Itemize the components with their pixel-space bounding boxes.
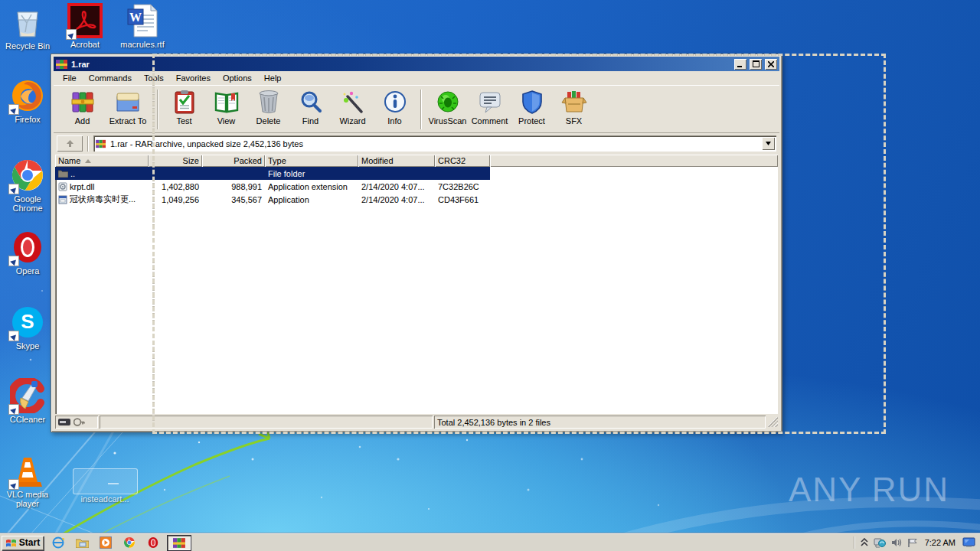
svg-text:S: S (21, 310, 34, 333)
file-list: Name Size Packed Type Modified CRC32 .. … (55, 155, 778, 414)
desktop-icon-firefox[interactable]: Firefox (0, 78, 55, 124)
column-header-packed[interactable]: Packed (202, 155, 265, 167)
display-tray-icon[interactable] (962, 537, 975, 548)
table-row-krpt-dll[interactable]: krpt.dll 1,402,880 988,991 Application e… (55, 180, 778, 193)
flag-tray-icon[interactable] (907, 538, 918, 548)
column-header-filler (490, 155, 778, 167)
desktop-icon-acrobat[interactable]: Acrobat (57, 3, 113, 49)
chrome-small-icon (123, 536, 136, 549)
skype-icon: S (10, 305, 45, 340)
quicklaunch-internet-explorer[interactable] (51, 536, 65, 549)
desktop-icon-chrome[interactable]: Google Chrome (0, 158, 55, 213)
taskbar-button-winrar[interactable] (168, 536, 191, 550)
desktop-icon-vlc[interactable]: VLC media player (0, 453, 55, 508)
virusscan-button[interactable]: VirusScan (426, 87, 469, 132)
wizard-button[interactable]: Wizard (332, 87, 374, 132)
info-button[interactable]: Info (374, 87, 416, 132)
menu-file[interactable]: File (57, 72, 83, 84)
address-row: 1.rar - RAR archive, unpacked size 2,452… (54, 133, 779, 154)
tray-expand-chevron-icon[interactable] (861, 538, 868, 547)
window-title: 1.rar (71, 60, 90, 69)
up-directory-button[interactable] (57, 135, 83, 152)
status-message-panel (100, 416, 433, 429)
column-header-size[interactable]: Size (149, 155, 202, 167)
table-row-updir[interactable]: .. File folder (55, 167, 490, 180)
comment-button[interactable]: Comment (469, 87, 511, 132)
sfx-button[interactable]: SFX (553, 87, 595, 132)
shortcut-arrow-icon (8, 184, 19, 194)
desktop-icon-label: Recycle Bin (0, 41, 55, 51)
archive-path-combobox[interactable]: 1.rar - RAR archive, unpacked size 2,452… (93, 135, 776, 152)
menu-commands[interactable]: Commands (83, 72, 138, 84)
quicklaunch-explorer[interactable] (75, 536, 89, 549)
tool-label: Info (387, 116, 401, 126)
desktop-icon-macrules[interactable]: W macrules.rtf (115, 3, 170, 49)
desktop-icon-label: Google Chrome (0, 194, 55, 213)
desktop-icon-label: CCleaner (0, 415, 55, 424)
column-header-type[interactable]: Type (265, 155, 358, 167)
firefox-icon (10, 78, 45, 113)
column-header-crc32[interactable]: CRC32 (435, 155, 490, 167)
resize-grip[interactable] (768, 417, 778, 427)
delete-button[interactable]: Delete (247, 87, 289, 132)
application-file-icon (58, 195, 67, 204)
comment-icon (477, 89, 503, 115)
desktop-icon-opera[interactable]: Opera (0, 230, 55, 276)
shortcut-arrow-icon (8, 479, 19, 490)
menu-tools[interactable]: Tools (138, 72, 170, 84)
archive-path-text: 1.rar - RAR archive, unpacked size 2,452… (110, 139, 303, 148)
quicklaunch-media-player[interactable] (99, 536, 113, 549)
minimize-icon (737, 61, 743, 67)
tool-label: SFX (566, 116, 582, 126)
menu-bar: File Commands Tools Favorites Options He… (54, 71, 779, 85)
tool-label: Protect (518, 116, 545, 126)
hardware-tray-icon[interactable] (874, 537, 886, 548)
desktop-icon-recycle-bin[interactable]: Recycle Bin (0, 5, 55, 51)
column-header-modified[interactable]: Modified (358, 155, 435, 167)
shortcut-arrow-icon (8, 404, 19, 415)
menu-help[interactable]: Help (258, 72, 288, 84)
desktop-icon-label: macrules.rtf (115, 40, 170, 49)
volume-tray-icon[interactable] (891, 538, 902, 547)
toolbar-separator (157, 90, 158, 129)
status-total-panel: Total 2,452,136 bytes in 2 files (434, 416, 766, 429)
protect-button[interactable]: Protect (511, 87, 553, 132)
table-row-coronavirus-exe[interactable]: 冠状病毒实时更... 1,049,256 345,567 Application… (55, 193, 778, 206)
up-arrow-icon (66, 139, 74, 148)
extract-to-button[interactable]: Extract To (103, 87, 152, 132)
add-button[interactable]: Add (61, 87, 103, 132)
ghost-icon-label: insteadcart... (63, 494, 147, 504)
close-button[interactable] (765, 59, 777, 70)
file-size: 1,402,880 (162, 182, 199, 191)
desktop-icon-skype[interactable]: S Skype (0, 305, 55, 350)
tool-label: Delete (256, 116, 281, 126)
test-button[interactable]: Test (163, 87, 205, 132)
ghost-icon[interactable] (73, 468, 138, 494)
address-separator (87, 136, 89, 152)
menu-favorites[interactable]: Favorites (170, 72, 217, 84)
tool-label: Test (176, 116, 191, 126)
quicklaunch-opera[interactable] (146, 536, 160, 549)
combobox-dropdown-button[interactable] (762, 137, 775, 150)
extract-to-icon (115, 89, 141, 115)
find-button[interactable]: Find (289, 87, 332, 132)
desktop-icon-label: Acrobat (57, 40, 113, 49)
menu-options[interactable]: Options (217, 72, 258, 84)
start-button[interactable]: Start (2, 536, 44, 550)
view-button[interactable]: View (205, 87, 247, 132)
status-bar: Total 2,452,136 bytes in 2 files (54, 415, 779, 429)
chrome-icon (10, 158, 45, 193)
title-bar[interactable]: 1.rar (54, 57, 779, 71)
taskbar: Start (0, 533, 980, 551)
desktop-icon-ccleaner[interactable]: CCleaner (0, 378, 55, 424)
quicklaunch-chrome[interactable] (122, 536, 136, 549)
list-header: Name Size Packed Type Modified CRC32 (55, 155, 778, 167)
clock[interactable]: 7:22 AM (923, 538, 957, 547)
column-header-name[interactable]: Name (55, 155, 149, 167)
start-button-label: Start (19, 537, 40, 548)
maximize-button[interactable] (750, 59, 762, 70)
minimize-button[interactable] (734, 59, 746, 70)
maximize-icon (753, 60, 760, 67)
toolbar-separator (420, 90, 422, 129)
file-size: 1,049,256 (162, 195, 199, 204)
